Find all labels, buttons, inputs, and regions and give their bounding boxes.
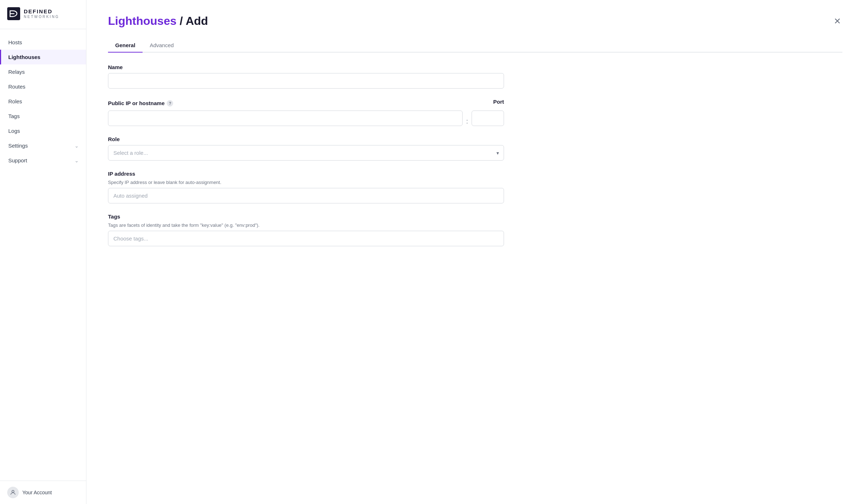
nav-list: Hosts Lighthouses Relays Routes Roles Ta…: [0, 29, 86, 481]
avatar: [7, 487, 19, 498]
ip-address-sublabel: Specify IP address or leave blank for au…: [108, 180, 504, 185]
brand-defined: DEFINED: [24, 9, 59, 15]
form-group-ip-address: IP address Specify IP address or leave b…: [108, 171, 504, 203]
account-label: Your Account: [22, 490, 52, 495]
form-group-tags: Tags Tags are facets of identity and tak…: [108, 213, 504, 246]
main-content: Lighthouses / Add ✕ General Advanced Nam…: [86, 0, 864, 504]
close-button[interactable]: ✕: [832, 15, 842, 27]
sidebar-item-logs[interactable]: Logs: [0, 123, 86, 138]
role-label: Role: [108, 136, 504, 142]
page-title: Lighthouses / Add: [108, 14, 208, 28]
breadcrumb-separator: /: [176, 14, 185, 27]
tags-input[interactable]: [108, 231, 504, 246]
breadcrumb-lighthouses: Lighthouses: [108, 14, 176, 27]
sidebar-item-hosts[interactable]: Hosts: [0, 35, 86, 50]
form-group-role: Role Select a role... ▾: [108, 136, 504, 161]
svg-point-1: [12, 490, 14, 492]
public-ip-input[interactable]: [108, 111, 463, 126]
sidebar-item-roles[interactable]: Roles: [0, 94, 86, 109]
sidebar-item-settings[interactable]: Settings ⌄: [0, 138, 86, 153]
form-group-ip-port: Public IP or hostname ? Port : 4242: [108, 99, 504, 126]
name-label: Name: [108, 64, 504, 70]
public-ip-label: Public IP or hostname: [108, 100, 165, 106]
port-label: Port: [493, 99, 504, 105]
form-section: Name Public IP or hostname ? Port : 4242: [108, 64, 504, 246]
logo-area[interactable]: DEFINED NETWORKING: [0, 0, 86, 29]
name-input[interactable]: [108, 73, 504, 89]
help-icon[interactable]: ?: [167, 100, 173, 107]
tags-sublabel: Tags are facets of identity and take the…: [108, 222, 504, 228]
ip-address-label: IP address: [108, 171, 504, 177]
tab-advanced[interactable]: Advanced: [143, 39, 181, 53]
chevron-down-icon: ⌄: [75, 158, 79, 163]
sidebar-item-routes[interactable]: Routes: [0, 79, 86, 94]
role-select-wrapper: Select a role... ▾: [108, 145, 504, 161]
port-input[interactable]: 4242: [472, 111, 504, 126]
colon-separator: :: [463, 118, 472, 126]
ip-input-wrap: [108, 111, 463, 126]
sidebar-item-tags[interactable]: Tags: [0, 109, 86, 123]
sidebar-item-relays[interactable]: Relays: [0, 64, 86, 79]
ip-port-row: : 4242: [108, 111, 504, 126]
ip-port-header: Public IP or hostname ? Port: [108, 99, 504, 108]
chevron-down-icon: ⌄: [75, 143, 79, 149]
logo-text: DEFINED NETWORKING: [24, 9, 59, 19]
form-group-name: Name: [108, 64, 504, 89]
ip-address-input[interactable]: [108, 188, 504, 203]
breadcrumb-add: Add: [186, 14, 208, 27]
tab-general[interactable]: General: [108, 39, 143, 53]
page-header: Lighthouses / Add ✕: [108, 14, 842, 28]
logo-icon: [7, 7, 20, 20]
sidebar-item-lighthouses[interactable]: Lighthouses: [0, 50, 86, 64]
brand-networking: NETWORKING: [24, 15, 59, 19]
sidebar-item-support[interactable]: Support ⌄: [0, 153, 86, 168]
sidebar: DEFINED NETWORKING Hosts Lighthouses Rel…: [0, 0, 86, 504]
role-select[interactable]: Select a role...: [108, 145, 504, 161]
account-area[interactable]: Your Account: [0, 481, 86, 504]
tabs: General Advanced: [108, 39, 842, 53]
tags-label: Tags: [108, 213, 504, 220]
